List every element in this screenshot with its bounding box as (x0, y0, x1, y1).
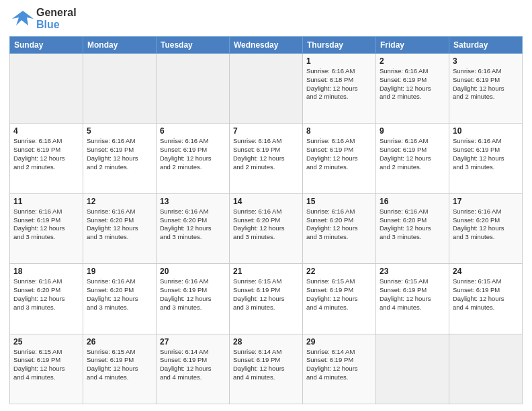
calendar-cell: 11Sunrise: 6:16 AM Sunset: 6:19 PM Dayli… (10, 193, 83, 263)
calendar-cell: 28Sunrise: 6:14 AM Sunset: 6:19 PM Dayli… (230, 334, 303, 404)
day-info: Sunrise: 6:15 AM Sunset: 6:19 PM Dayligh… (380, 277, 445, 312)
day-number: 4 (13, 126, 79, 136)
calendar-cell: 3Sunrise: 6:16 AM Sunset: 6:19 PM Daylig… (449, 54, 523, 124)
day-number: 3 (453, 56, 519, 66)
day-info: Sunrise: 6:16 AM Sunset: 6:19 PM Dayligh… (453, 137, 519, 171)
day-number: 27 (160, 337, 226, 347)
calendar-cell: 16Sunrise: 6:16 AM Sunset: 6:20 PM Dayli… (376, 193, 449, 263)
day-info: Sunrise: 6:14 AM Sunset: 6:19 PM Dayligh… (306, 348, 372, 382)
calendar-header-tuesday: Tuesday (157, 37, 230, 54)
day-number: 11 (13, 197, 79, 206)
day-info: Sunrise: 6:16 AM Sunset: 6:20 PM Dayligh… (306, 208, 372, 242)
day-info: Sunrise: 6:14 AM Sunset: 6:19 PM Dayligh… (160, 348, 226, 382)
calendar-week-row: 11Sunrise: 6:16 AM Sunset: 6:19 PM Dayli… (10, 193, 523, 263)
calendar-cell: 22Sunrise: 6:15 AM Sunset: 6:19 PM Dayli… (303, 264, 376, 334)
day-info: Sunrise: 6:15 AM Sunset: 6:19 PM Dayligh… (87, 348, 152, 382)
day-number: 29 (306, 337, 372, 347)
calendar-cell: 9Sunrise: 6:16 AM Sunset: 6:19 PM Daylig… (376, 124, 449, 193)
calendar-cell: 20Sunrise: 6:16 AM Sunset: 6:19 PM Dayli… (157, 264, 230, 334)
calendar-header-monday: Monday (83, 37, 157, 54)
day-number: 10 (453, 126, 519, 136)
calendar-cell: 12Sunrise: 6:16 AM Sunset: 6:20 PM Dayli… (83, 193, 157, 263)
calendar-cell: 25Sunrise: 6:15 AM Sunset: 6:19 PM Dayli… (10, 334, 83, 404)
day-number: 9 (380, 126, 445, 136)
day-number: 5 (87, 126, 152, 136)
day-number: 7 (233, 126, 299, 136)
day-info: Sunrise: 6:16 AM Sunset: 6:19 PM Dayligh… (453, 67, 519, 101)
calendar-cell: 10Sunrise: 6:16 AM Sunset: 6:19 PM Dayli… (449, 124, 523, 193)
day-number: 20 (160, 267, 226, 276)
calendar-cell: 15Sunrise: 6:16 AM Sunset: 6:20 PM Dayli… (303, 193, 376, 263)
header: GeneralBlue (9, 7, 523, 31)
calendar-cell: 18Sunrise: 6:16 AM Sunset: 6:20 PM Dayli… (10, 264, 83, 334)
day-info: Sunrise: 6:16 AM Sunset: 6:19 PM Dayligh… (160, 277, 226, 312)
calendar-week-row: 25Sunrise: 6:15 AM Sunset: 6:19 PM Dayli… (10, 334, 523, 404)
day-info: Sunrise: 6:14 AM Sunset: 6:19 PM Dayligh… (233, 348, 299, 382)
calendar-cell: 17Sunrise: 6:16 AM Sunset: 6:20 PM Dayli… (449, 193, 523, 263)
calendar-cell: 26Sunrise: 6:15 AM Sunset: 6:19 PM Dayli… (83, 334, 157, 404)
day-number: 1 (306, 56, 372, 66)
day-number: 2 (380, 56, 445, 66)
calendar-cell (376, 334, 449, 404)
calendar-cell: 14Sunrise: 6:16 AM Sunset: 6:20 PM Dayli… (230, 193, 303, 263)
calendar-header-saturday: Saturday (449, 37, 523, 54)
calendar-cell: 24Sunrise: 6:15 AM Sunset: 6:19 PM Dayli… (449, 264, 523, 334)
calendar-header-sunday: Sunday (10, 37, 83, 54)
calendar-cell (157, 54, 230, 124)
day-info: Sunrise: 6:16 AM Sunset: 6:20 PM Dayligh… (453, 208, 519, 242)
day-number: 21 (233, 267, 299, 276)
day-number: 13 (160, 197, 226, 206)
day-number: 19 (87, 267, 152, 276)
logo-text: GeneralBlue (36, 7, 77, 30)
calendar-header-friday: Friday (376, 37, 449, 54)
day-number: 12 (87, 197, 152, 206)
page: GeneralBlue SundayMondayTuesdayWednesday… (0, 0, 532, 411)
day-number: 23 (380, 267, 445, 276)
calendar-cell: 29Sunrise: 6:14 AM Sunset: 6:19 PM Dayli… (303, 334, 376, 404)
day-info: Sunrise: 6:16 AM Sunset: 6:20 PM Dayligh… (233, 208, 299, 242)
day-number: 28 (233, 337, 299, 347)
day-info: Sunrise: 6:16 AM Sunset: 6:19 PM Dayligh… (380, 137, 445, 171)
day-info: Sunrise: 6:16 AM Sunset: 6:19 PM Dayligh… (306, 137, 372, 171)
calendar-cell (10, 54, 83, 124)
logo-icon (9, 7, 34, 31)
day-info: Sunrise: 6:15 AM Sunset: 6:19 PM Dayligh… (453, 277, 519, 312)
day-number: 26 (87, 337, 152, 347)
calendar-cell (230, 54, 303, 124)
calendar-cell: 5Sunrise: 6:16 AM Sunset: 6:19 PM Daylig… (83, 124, 157, 193)
calendar-cell: 23Sunrise: 6:15 AM Sunset: 6:19 PM Dayli… (376, 264, 449, 334)
calendar-header-wednesday: Wednesday (230, 37, 303, 54)
calendar-header-thursday: Thursday (303, 37, 376, 54)
calendar-header-row: SundayMondayTuesdayWednesdayThursdayFrid… (10, 37, 523, 54)
calendar-cell: 13Sunrise: 6:16 AM Sunset: 6:20 PM Dayli… (157, 193, 230, 263)
day-info: Sunrise: 6:16 AM Sunset: 6:19 PM Dayligh… (13, 137, 79, 171)
day-info: Sunrise: 6:16 AM Sunset: 6:18 PM Dayligh… (306, 67, 372, 101)
calendar-cell (449, 334, 523, 404)
day-number: 15 (306, 197, 372, 206)
day-number: 6 (160, 126, 226, 136)
calendar-table: SundayMondayTuesdayWednesdayThursdayFrid… (9, 36, 523, 404)
calendar-cell: 1Sunrise: 6:16 AM Sunset: 6:18 PM Daylig… (303, 54, 376, 124)
day-info: Sunrise: 6:16 AM Sunset: 6:19 PM Dayligh… (87, 137, 152, 171)
day-info: Sunrise: 6:16 AM Sunset: 6:19 PM Dayligh… (13, 208, 79, 242)
day-info: Sunrise: 6:16 AM Sunset: 6:19 PM Dayligh… (380, 67, 445, 101)
day-number: 14 (233, 197, 299, 206)
day-info: Sunrise: 6:16 AM Sunset: 6:19 PM Dayligh… (233, 137, 299, 171)
day-number: 17 (453, 197, 519, 206)
day-info: Sunrise: 6:16 AM Sunset: 6:19 PM Dayligh… (160, 137, 226, 171)
calendar-cell (83, 54, 157, 124)
calendar-cell: 8Sunrise: 6:16 AM Sunset: 6:19 PM Daylig… (303, 124, 376, 193)
day-number: 16 (380, 197, 445, 206)
calendar-cell: 21Sunrise: 6:15 AM Sunset: 6:19 PM Dayli… (230, 264, 303, 334)
logo: GeneralBlue (9, 7, 77, 31)
day-info: Sunrise: 6:16 AM Sunset: 6:20 PM Dayligh… (160, 208, 226, 242)
calendar-week-row: 18Sunrise: 6:16 AM Sunset: 6:20 PM Dayli… (10, 264, 523, 334)
day-info: Sunrise: 6:16 AM Sunset: 6:20 PM Dayligh… (87, 277, 152, 312)
calendar-week-row: 4Sunrise: 6:16 AM Sunset: 6:19 PM Daylig… (10, 124, 523, 193)
day-number: 25 (13, 337, 79, 347)
calendar-week-row: 1Sunrise: 6:16 AM Sunset: 6:18 PM Daylig… (10, 54, 523, 124)
calendar-cell: 6Sunrise: 6:16 AM Sunset: 6:19 PM Daylig… (157, 124, 230, 193)
calendar-cell: 27Sunrise: 6:14 AM Sunset: 6:19 PM Dayli… (157, 334, 230, 404)
day-info: Sunrise: 6:16 AM Sunset: 6:20 PM Dayligh… (87, 208, 152, 242)
day-number: 22 (306, 267, 372, 276)
